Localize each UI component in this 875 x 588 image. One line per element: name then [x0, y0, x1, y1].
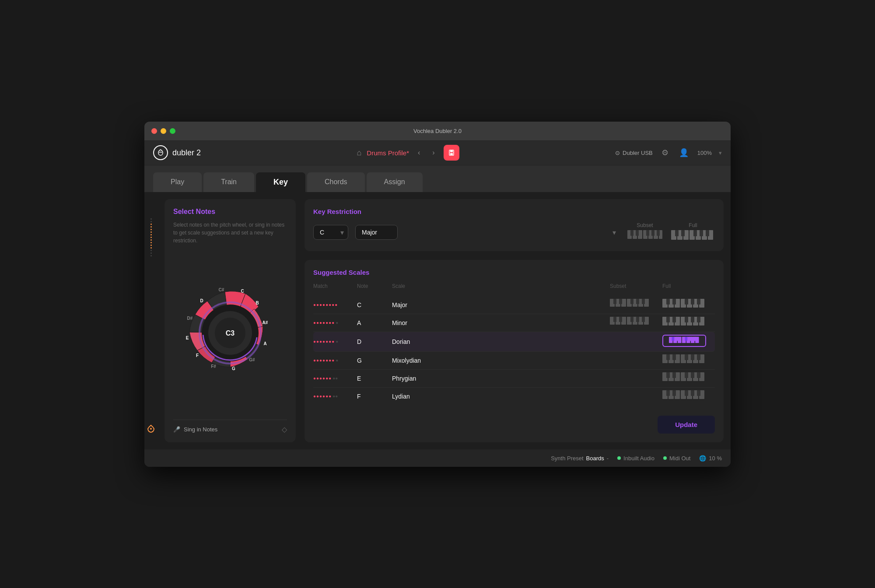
- scale-row[interactable]: ●●●●●●●● F Lydian: [313, 388, 715, 405]
- nav-back-button[interactable]: ‹: [414, 147, 424, 158]
- svg-rect-30: [636, 230, 639, 236]
- volume-label: 10 %: [709, 455, 722, 462]
- left-panel-bottom: 🎤 Sing in Notes ◇: [173, 420, 287, 434]
- dorian-piano-selected[interactable]: [662, 335, 715, 349]
- left-panel-desc: Select notes on the pitch wheel, or sing…: [173, 221, 287, 245]
- inbuilt-audio-dot: [617, 456, 621, 460]
- key-select[interactable]: CC#DD# EFF#G G#AA#B: [313, 225, 348, 240]
- match-dots: ●●●●●●●●: [313, 302, 357, 307]
- scale-row[interactable]: ●●●●●●●● A Minor: [313, 314, 715, 332]
- usb-icon: ⊙: [615, 150, 620, 156]
- close-button[interactable]: [151, 128, 157, 134]
- svg-rect-80: [636, 317, 639, 322]
- save-button[interactable]: [444, 145, 459, 161]
- svg-rect-42: [681, 230, 685, 236]
- svg-rect-69: [697, 299, 700, 304]
- svg-rect-56: [636, 299, 639, 304]
- key-restriction-section: Key Restriction CC#DD# EFF#G G#AA#B Majo…: [304, 199, 724, 251]
- svg-rect-2: [450, 153, 453, 155]
- minimize-button[interactable]: [161, 128, 166, 134]
- zoom-level: 100%: [697, 150, 712, 156]
- match-dots: ●●●●●●●●: [313, 339, 357, 344]
- top-bar-center: ⌂ Drums Profile* ‹ ›: [210, 145, 606, 161]
- suggested-scales-section: Suggested Scales Match Note Scale Subset…: [304, 260, 724, 442]
- update-button[interactable]: Update: [658, 416, 715, 434]
- subset-piano: Subset: [627, 222, 662, 242]
- svg-rect-79: [630, 317, 634, 322]
- midi-out-item: Midi Out: [663, 455, 690, 462]
- svg-text:F#: F#: [211, 364, 216, 369]
- main-window: Vochlea Dubler 2.0 dubler 2 ⌂ Drums Prof…: [144, 122, 731, 467]
- app-name: dubler 2: [172, 148, 201, 158]
- scale-row-selected[interactable]: ●●●●●●●● D Dorian: [313, 332, 715, 352]
- tab-play[interactable]: Play: [153, 172, 202, 192]
- tab-assign[interactable]: Assign: [367, 172, 423, 192]
- svg-rect-31: [646, 230, 649, 236]
- svg-text:D: D: [200, 298, 203, 303]
- svg-rect-139: [685, 390, 688, 396]
- sing-in-notes-button[interactable]: 🎤 Sing in Notes: [173, 426, 217, 433]
- tab-key[interactable]: Key: [256, 172, 305, 192]
- subset-piano-row1: [610, 299, 662, 311]
- svg-text:E: E: [186, 336, 189, 340]
- zoom-chevron[interactable]: ▾: [719, 150, 722, 156]
- svg-text:F: F: [196, 353, 199, 358]
- svg-rect-141: [697, 390, 700, 396]
- nav-forward-button[interactable]: ›: [429, 147, 438, 158]
- side-logo: [146, 424, 156, 436]
- status-bar: Synth Preset Boards - Inbuilt Audio Midi…: [144, 449, 731, 467]
- update-btn-row: Update: [313, 412, 715, 434]
- logo-icon: [153, 145, 168, 160]
- svg-point-3: [150, 428, 152, 430]
- svg-rect-91: [685, 317, 688, 322]
- svg-rect-114: [672, 354, 676, 360]
- full-piano-keys: [671, 230, 715, 242]
- full-piano-row1: [662, 299, 715, 311]
- svg-rect-32: [651, 230, 654, 236]
- svg-rect-129: [697, 372, 700, 378]
- scale-row[interactable]: ●●●●●●●● G Mixolydian: [313, 352, 715, 370]
- top-bar: dubler 2 ⌂ Drums Profile* ‹ › ⊙ Dubler U…: [144, 141, 731, 165]
- tab-train[interactable]: Train: [203, 172, 254, 192]
- svg-rect-54: [619, 299, 622, 304]
- svg-rect-68: [691, 299, 694, 304]
- volume-item: 🌐 10 %: [699, 455, 722, 462]
- user-button[interactable]: 👤: [677, 146, 690, 159]
- scale-row[interactable]: ●●●●●●●● E Phrygian: [313, 370, 715, 388]
- svg-rect-44: [700, 230, 703, 236]
- svg-rect-55: [630, 299, 634, 304]
- svg-text:D#: D#: [187, 316, 193, 321]
- inbuilt-audio-item: Inbuilt Audio: [617, 455, 654, 462]
- boards-separator: -: [607, 455, 609, 462]
- left-panel-title: Select Notes: [173, 208, 287, 216]
- usb-indicator: ⊙ Dubler USB: [615, 150, 653, 156]
- traffic-lights: [151, 128, 175, 134]
- scale-select[interactable]: MajorMinorDorian MixolydianPhrygianLydia…: [355, 225, 398, 240]
- svg-rect-67: [685, 299, 688, 304]
- right-panel: Key Restriction CC#DD# EFF#G G#AA#B Majo…: [304, 199, 724, 442]
- logo-area: dubler 2: [153, 145, 201, 160]
- settings-button[interactable]: ⚙: [660, 146, 670, 159]
- svg-rect-140: [691, 390, 694, 396]
- microphone-icon: 🎤: [173, 426, 180, 433]
- left-panel: Select Notes Select notes on the pitch w…: [164, 199, 296, 442]
- svg-rect-92: [691, 317, 694, 322]
- pitch-wheel[interactable]: C3 C B A# A G# G F# F E D# D C#: [178, 280, 283, 385]
- match-dots: ●●●●●●●●: [313, 394, 357, 399]
- boards-label: Boards: [586, 455, 604, 462]
- svg-rect-117: [697, 354, 700, 360]
- home-icon[interactable]: ⌂: [357, 148, 361, 158]
- match-dots: ●●●●●●●●: [313, 376, 357, 381]
- svg-text:G#: G#: [249, 357, 255, 362]
- svg-rect-126: [672, 372, 676, 378]
- tab-chords[interactable]: Chords: [307, 172, 365, 192]
- erase-button[interactable]: ◇: [282, 425, 287, 434]
- synth-preset-item: Synth Preset Boards -: [551, 455, 609, 462]
- left-sidebar: [144, 192, 158, 449]
- svg-rect-105: [693, 336, 696, 340]
- suggested-scales-title: Suggested Scales: [313, 269, 715, 276]
- maximize-button[interactable]: [170, 128, 175, 134]
- scale-row[interactable]: ●●●●●●●● C Major: [313, 296, 715, 314]
- subset-piano-keys: [627, 230, 662, 242]
- svg-text:A#: A#: [262, 320, 268, 325]
